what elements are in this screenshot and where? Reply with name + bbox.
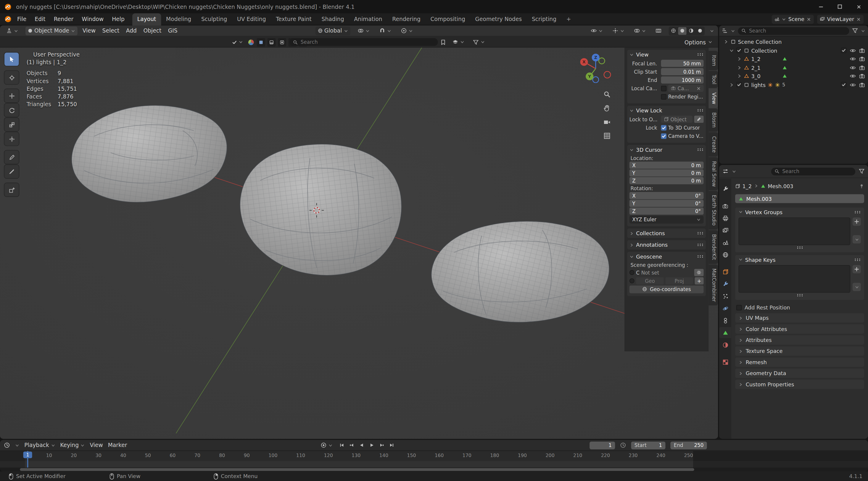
unlink-scene-icon[interactable] bbox=[806, 17, 811, 21]
tab-texture[interactable] bbox=[719, 356, 731, 367]
editor-type-button[interactable] bbox=[4, 26, 21, 35]
shading-wireframe-button[interactable] bbox=[670, 27, 678, 35]
navigation-gizmo[interactable]: X Y Z bbox=[580, 52, 611, 83]
rotate-tool[interactable] bbox=[4, 103, 19, 117]
filter-dropdown[interactable] bbox=[470, 38, 487, 46]
viewport-search-input[interactable] bbox=[289, 38, 438, 46]
add-crs-button[interactable]: + bbox=[695, 277, 704, 284]
viewport-canvas[interactable]: User Perspective (1) lights | 1_2 Object… bbox=[0, 47, 718, 439]
gizmos-dropdown[interactable] bbox=[610, 26, 626, 35]
mesh-name-field[interactable]: Mesh.003 bbox=[735, 194, 864, 203]
camera-view-icon[interactable] bbox=[603, 118, 611, 125]
browse-scene-chevron-icon[interactable] bbox=[782, 17, 786, 21]
measure-tool[interactable] bbox=[4, 165, 19, 178]
crs-radio[interactable] bbox=[629, 270, 634, 275]
grip-dots-icon[interactable] bbox=[697, 109, 704, 112]
breadcrumb-object[interactable]: 1_2 bbox=[742, 183, 752, 189]
workspace-tab-animation[interactable]: Animation bbox=[349, 13, 387, 25]
shading-options-chevron-icon[interactable] bbox=[710, 28, 714, 33]
add-vertex-group-button[interactable] bbox=[852, 217, 861, 226]
chevron-down-icon[interactable] bbox=[729, 48, 734, 53]
show-object-types-dropdown[interactable] bbox=[588, 26, 605, 35]
scrollbar-thumb[interactable] bbox=[20, 468, 694, 471]
grip-dots-icon[interactable] bbox=[697, 255, 704, 258]
list-resize-grip[interactable] bbox=[738, 245, 861, 249]
crs-settings-button[interactable] bbox=[694, 269, 704, 276]
play-reverse-button[interactable] bbox=[358, 441, 366, 449]
tab-blenderkit[interactable]: BlenderKit bbox=[709, 230, 718, 264]
outliner-row-scene-collection[interactable]: Scene Collection bbox=[719, 38, 868, 46]
render-region-checkbox[interactable] bbox=[661, 94, 666, 99]
selectable-checkbox[interactable] bbox=[841, 47, 846, 53]
menu-help[interactable]: Help bbox=[112, 16, 125, 22]
crs-custom-radio[interactable] bbox=[629, 278, 634, 283]
tool-settings-dropdown[interactable] bbox=[230, 38, 245, 46]
workspace-tab-sculpting[interactable]: Sculpting bbox=[196, 13, 232, 25]
add-workspace-button[interactable]: + bbox=[561, 13, 576, 25]
playhead[interactable]: 1 bbox=[23, 451, 32, 468]
grip-dots-icon[interactable] bbox=[697, 244, 704, 246]
local-camera-checkbox[interactable] bbox=[661, 86, 666, 91]
camera-to-view-checkbox[interactable] bbox=[661, 133, 666, 139]
outliner-editor-icon[interactable] bbox=[722, 28, 728, 34]
viewport-menu-gis[interactable]: GIS bbox=[168, 28, 178, 34]
shading-rendered-button[interactable] bbox=[696, 27, 704, 35]
list-resize-grip[interactable] bbox=[738, 293, 861, 297]
chevron-right-icon[interactable] bbox=[737, 65, 742, 70]
workspace-tab-shading[interactable]: Shading bbox=[317, 13, 349, 25]
minimize-button[interactable] bbox=[811, 0, 830, 13]
workspace-tab-geometry-nodes[interactable]: Geometry Nodes bbox=[470, 13, 527, 25]
tab-matcombiner[interactable]: MatCombiner bbox=[709, 264, 718, 306]
lock-to-object-field[interactable]: Object bbox=[661, 116, 692, 123]
outliner-row-collection[interactable]: Collection bbox=[719, 46, 868, 55]
axis-value-field[interactable]: Y0 m bbox=[629, 169, 704, 176]
annotate-tool[interactable] bbox=[4, 151, 19, 164]
camera-icon[interactable] bbox=[859, 82, 865, 88]
tab-blosm[interactable]: Blosm bbox=[709, 108, 718, 132]
workspace-tab-compositing[interactable]: Compositing bbox=[426, 13, 470, 25]
timeline-editor-icon[interactable] bbox=[4, 442, 10, 448]
pin-icon[interactable] bbox=[859, 184, 864, 188]
geo-button[interactable]: Geo bbox=[636, 277, 664, 284]
axis-value-field[interactable]: Y0° bbox=[629, 200, 704, 207]
pivot-point-dropdown[interactable] bbox=[355, 26, 372, 35]
eye-icon[interactable] bbox=[850, 56, 856, 62]
add-cube-tool[interactable] bbox=[4, 183, 19, 196]
shape-keys-header[interactable]: Shape Keys bbox=[735, 255, 864, 264]
properties-panel-collapsed[interactable]: Custom Properties bbox=[735, 380, 864, 389]
menu-window[interactable]: Window bbox=[82, 16, 103, 22]
workspace-tab-layout[interactable]: Layout bbox=[132, 13, 161, 25]
layers-dropdown[interactable] bbox=[450, 38, 467, 46]
frame-start-field[interactable]: Start1 bbox=[631, 441, 665, 449]
grip-dots-icon[interactable] bbox=[697, 232, 704, 234]
properties-panel-collapsed[interactable]: Geometry Data bbox=[735, 368, 864, 378]
playhead-frame-badge[interactable]: 1 bbox=[23, 451, 32, 458]
workspace-tab-texture-paint[interactable]: Texture Paint bbox=[271, 13, 316, 25]
geo-coordinates-button[interactable]: Geo-coordinates bbox=[629, 285, 704, 293]
menu-view[interactable]: View bbox=[90, 442, 103, 448]
chevron-right-icon[interactable] bbox=[737, 57, 742, 62]
cursor-tool[interactable] bbox=[4, 71, 19, 84]
play-button[interactable] bbox=[368, 441, 376, 449]
tab-world[interactable] bbox=[719, 249, 731, 260]
tab-render[interactable] bbox=[719, 200, 731, 211]
outliner-search-input[interactable] bbox=[738, 27, 849, 35]
3d-cursor-panel-header[interactable]: 3D Cursor bbox=[629, 146, 704, 154]
outliner-object-row[interactable]: 1_2 bbox=[719, 55, 868, 63]
transform-tool[interactable] bbox=[4, 132, 19, 146]
value-field[interactable]: 1000 m bbox=[661, 76, 704, 84]
proportional-editing-dropdown[interactable] bbox=[398, 26, 415, 35]
view-lock-panel-header[interactable]: View Lock bbox=[629, 106, 704, 115]
collection-exclude-checkbox[interactable] bbox=[736, 82, 742, 88]
mesh-nugget-middle[interactable] bbox=[240, 144, 402, 276]
tab-modifiers[interactable] bbox=[719, 278, 731, 289]
tab-constraints[interactable] bbox=[719, 315, 731, 326]
grip-dots-icon[interactable] bbox=[697, 53, 704, 56]
frame-end-field[interactable]: End250 bbox=[670, 441, 707, 449]
shading-material-button[interactable] bbox=[687, 27, 695, 35]
filter-funnel-icon[interactable] bbox=[852, 28, 858, 34]
xray-toggle[interactable] bbox=[653, 26, 664, 35]
maximize-button[interactable] bbox=[830, 0, 849, 13]
clear-icon[interactable] bbox=[696, 86, 701, 91]
collections-panel-header[interactable]: Collections bbox=[629, 229, 704, 237]
